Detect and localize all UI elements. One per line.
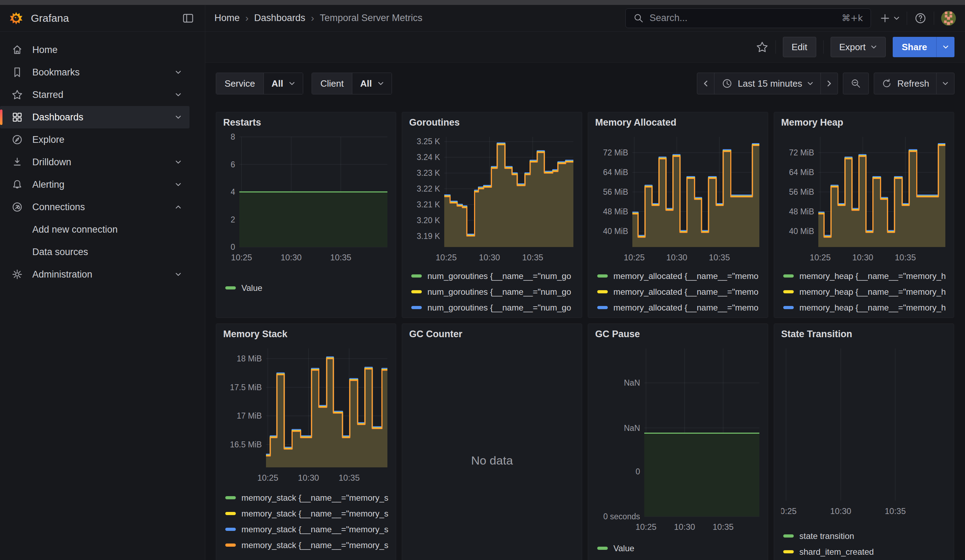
legend-label: state transition xyxy=(799,531,854,541)
legend-item[interactable]: num_goroutines {__name__="num_go xyxy=(409,284,575,300)
panel-gc-pause: GC Pause 0 seconds0NaNNaN10:2510:3010:35… xyxy=(588,323,768,560)
legend-item[interactable]: memory_stack {__name__="memory_s xyxy=(223,521,389,537)
sidebar-item-dashboards[interactable]: Dashboards xyxy=(0,106,190,129)
legend-item[interactable]: memory_allocated {__name__="memo xyxy=(595,268,761,284)
legend-label: memory_allocated {__name__="memo xyxy=(613,303,758,313)
legend-item[interactable]: memory_allocated {__name__="memo xyxy=(595,315,761,318)
memory-heap-chart: 40 MiB48 MiB56 MiB64 MiB72 MiB10:2510:30… xyxy=(781,131,947,266)
client-filter[interactable]: Client All xyxy=(312,73,392,95)
legend-item[interactable]: memory_heap {__name__="memory_h xyxy=(781,284,947,300)
legend-item[interactable]: memory_allocated {__name__="memo xyxy=(595,284,761,300)
search-placeholder: Search... xyxy=(649,13,687,23)
panel-title[interactable]: Memory Heap xyxy=(781,117,947,131)
share-button-group: Share xyxy=(893,37,955,57)
dashboard-toolbar: Edit Export Share xyxy=(205,31,965,62)
panel-title[interactable]: Restarts xyxy=(223,117,389,131)
legend-item[interactable]: Value xyxy=(595,540,761,556)
legend-item[interactable]: num_goroutines {__name__="num_go xyxy=(409,268,575,284)
state-transition-chart: 10:2510:3010:35 xyxy=(781,343,947,520)
toolbar-divider xyxy=(775,40,776,54)
time-forward-button[interactable] xyxy=(820,73,837,94)
legend-swatch xyxy=(411,306,422,309)
export-button[interactable]: Export xyxy=(831,37,886,57)
legend-item[interactable]: memory_heap {__name__="memory_h xyxy=(781,268,947,284)
legend-swatch xyxy=(225,286,236,289)
legend-label: shard_item_created xyxy=(799,547,874,557)
time-back-button[interactable] xyxy=(697,73,714,94)
sidebar-item-alerting[interactable]: Alerting xyxy=(0,173,190,196)
chevron-up-icon xyxy=(175,204,182,209)
share-button[interactable]: Share xyxy=(893,37,936,57)
svg-text:72 MiB: 72 MiB xyxy=(603,148,628,157)
sidebar-item-administration[interactable]: Administration xyxy=(0,263,190,286)
dock-sidebar-toggle[interactable] xyxy=(180,11,196,26)
sidebar-item-data-sources[interactable]: Data sources xyxy=(0,241,190,263)
client-filter-value[interactable]: All xyxy=(352,73,391,94)
svg-text:NaN: NaN xyxy=(624,378,640,387)
sidebar-item-drilldown[interactable]: Drilldown xyxy=(0,151,190,173)
legend-item[interactable]: memory_stack {__name__="memory_s xyxy=(223,506,389,521)
legend-label: num_goroutines {__name__="num_go xyxy=(427,287,571,297)
time-range-picker[interactable]: Last 15 minutes xyxy=(714,73,820,94)
legend-item[interactable]: memory_heap {__name__="memory_h xyxy=(781,300,947,315)
avatar[interactable] xyxy=(941,11,956,26)
svg-text:10:25: 10:25 xyxy=(435,253,456,262)
panel-title[interactable]: GC Counter xyxy=(409,329,575,343)
svg-text:10:25: 10:25 xyxy=(257,473,278,482)
share-dropdown-button[interactable] xyxy=(936,37,955,57)
chevron-down-icon xyxy=(175,70,182,75)
legend-label: Value xyxy=(241,283,262,293)
legend-item[interactable]: memory_stack {__name__="memory_s xyxy=(223,537,389,553)
legend-item[interactable]: num_goroutines {__name__="num_go xyxy=(409,300,575,315)
svg-text:3.22 K: 3.22 K xyxy=(417,184,440,193)
new-dashboard-button[interactable] xyxy=(879,11,900,26)
avatar-image xyxy=(941,11,956,26)
legend-item[interactable]: num_goroutines {__name__="num_go xyxy=(409,315,575,318)
sidebar-item-starred[interactable]: Starred xyxy=(0,83,190,106)
panel-title[interactable]: Memory Stack xyxy=(223,329,389,343)
chevron-down-icon xyxy=(175,160,182,165)
edit-button[interactable]: Edit xyxy=(783,37,816,57)
star-icon xyxy=(11,89,23,101)
help-button[interactable] xyxy=(914,11,927,26)
legend-swatch xyxy=(225,528,236,531)
chevron-down-icon xyxy=(175,182,182,187)
search-input[interactable]: Search... ⌘+k xyxy=(625,8,871,28)
sidebar-item-add-new-connection[interactable]: Add new connection xyxy=(0,218,190,241)
refresh-interval-button[interactable] xyxy=(936,73,954,94)
legend-item[interactable]: memory_heap {__name__="memory_h xyxy=(781,315,947,318)
svg-text:2: 2 xyxy=(231,215,235,224)
chevron-down-icon xyxy=(175,272,182,277)
sidebar-item-home[interactable]: Home xyxy=(0,39,190,61)
refresh-button[interactable]: Refresh xyxy=(874,73,936,94)
header-divider xyxy=(907,11,907,25)
filters-row: Service All Client All xyxy=(216,73,955,95)
legend-swatch xyxy=(783,550,794,553)
legend-item[interactable]: memory_allocated {__name__="memo xyxy=(595,300,761,315)
legend-item[interactable]: memory_stack {__name__="memory_s xyxy=(223,490,389,506)
breadcrumb-dashboards[interactable]: Dashboards xyxy=(254,13,305,23)
service-filter[interactable]: Service All xyxy=(216,73,303,95)
panel-title[interactable]: GC Pause xyxy=(595,329,761,343)
service-filter-value[interactable]: All xyxy=(263,73,303,94)
bell-icon xyxy=(11,179,23,191)
panel-title[interactable]: Goroutines xyxy=(409,117,575,131)
legend-item[interactable]: Value xyxy=(223,280,389,296)
legend-swatch xyxy=(411,290,422,293)
panel-title[interactable]: Memory Allocated xyxy=(595,117,761,131)
svg-text:3.25 K: 3.25 K xyxy=(417,137,440,146)
header-divider xyxy=(934,11,934,25)
favorite-star-button[interactable] xyxy=(756,39,769,55)
legend-swatch xyxy=(783,306,794,309)
top-nav: Grafana Home › Dashboards › Temporal Ser… xyxy=(0,5,965,31)
sidebar-item-bookmarks[interactable]: Bookmarks xyxy=(0,61,190,83)
svg-text:3.24 K: 3.24 K xyxy=(417,153,440,162)
top-nav-left: Grafana xyxy=(0,5,205,31)
legend-item[interactable]: shard_item_created xyxy=(781,544,947,560)
zoom-out-button[interactable] xyxy=(843,73,869,94)
sidebar-item-explore[interactable]: Explore xyxy=(0,129,190,151)
panel-title[interactable]: State Transition xyxy=(781,329,947,343)
legend-item[interactable]: state transition xyxy=(781,528,947,544)
breadcrumb-home[interactable]: Home xyxy=(214,13,240,23)
sidebar-item-connections[interactable]: Connections xyxy=(0,196,190,218)
